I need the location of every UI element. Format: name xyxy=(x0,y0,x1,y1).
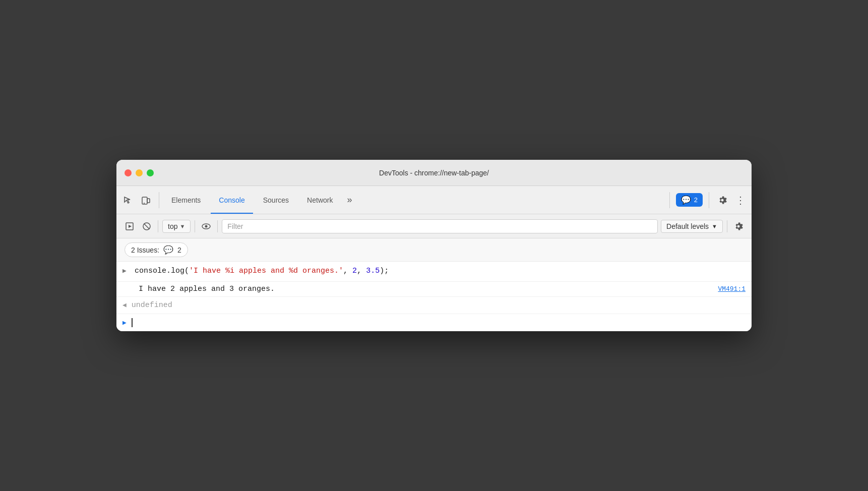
tab-divider-1 xyxy=(159,192,159,208)
undefined-text: undefined xyxy=(132,301,172,310)
svg-rect-0 xyxy=(142,197,147,204)
expand-arrow[interactable]: ▶ xyxy=(122,266,130,275)
tabbar-right: 💬 2 ⋮ xyxy=(667,192,748,208)
svg-rect-1 xyxy=(147,199,150,203)
device-icon[interactable] xyxy=(139,193,153,207)
source-link[interactable]: VM491:1 xyxy=(708,285,746,293)
more-options-icon[interactable]: ⋮ xyxy=(733,193,748,207)
close-button[interactable] xyxy=(125,169,132,176)
return-arrow: ◀ xyxy=(122,301,127,309)
toolbar-divider-3 xyxy=(217,220,218,232)
output-text: I have 2 apples and 3 oranges. xyxy=(139,285,708,293)
console-output-entry: I have 2 apples and 3 oranges. VM491:1 xyxy=(116,282,752,297)
window-content: Elements Console Sources Network » 💬 2 xyxy=(116,186,752,331)
settings-icon[interactable] xyxy=(715,193,729,207)
eye-icon[interactable] xyxy=(199,219,213,233)
console-toolbar: top ▼ Default levels ▼ xyxy=(116,214,752,238)
issues-badge[interactable]: 💬 2 xyxy=(676,193,703,207)
log-string: 'I have %i apples and %d oranges.' xyxy=(189,267,343,275)
tabbar: Elements Console Sources Network » 💬 2 xyxy=(116,186,752,214)
maximize-button[interactable] xyxy=(147,169,154,176)
tab-network[interactable]: Network xyxy=(299,186,341,214)
tab-divider-2 xyxy=(669,192,670,208)
toolbar-divider-4 xyxy=(727,220,727,232)
issues-chat-icon: 💬 xyxy=(163,245,173,255)
console-output: ▶ console.log('I have %i apples and %d o… xyxy=(116,262,752,331)
svg-point-8 xyxy=(205,225,208,227)
traffic-lights xyxy=(125,169,154,176)
tab-console[interactable]: Console xyxy=(211,186,253,214)
clear-icon[interactable] xyxy=(140,219,154,233)
context-selector[interactable]: top ▼ xyxy=(162,220,191,233)
cursor xyxy=(132,318,133,327)
titlebar: DevTools - chrome://new-tab-page/ xyxy=(116,160,752,186)
prompt-arrow: ▶ xyxy=(122,319,127,327)
tab-sources[interactable]: Sources xyxy=(255,186,297,214)
svg-line-6 xyxy=(144,223,150,229)
filter-input[interactable] xyxy=(222,219,658,233)
console-settings-icon[interactable] xyxy=(731,219,746,233)
toolbar-divider-1 xyxy=(158,220,158,232)
tab-divider-3 xyxy=(709,192,709,208)
more-tabs-button[interactable]: » xyxy=(343,193,356,207)
execute-icon[interactable] xyxy=(122,219,137,233)
minimize-button[interactable] xyxy=(136,169,143,176)
issues-bar: 2 Issues: 💬 2 xyxy=(116,238,752,262)
toolbar-divider-2 xyxy=(195,220,195,232)
tab-elements[interactable]: Elements xyxy=(163,186,209,214)
inspect-icon[interactable] xyxy=(120,193,135,207)
issues-chip[interactable]: 2 Issues: 💬 2 xyxy=(125,242,188,257)
window-title: DevTools - chrome://new-tab-page/ xyxy=(379,169,489,177)
console-undefined-entry: ◀ undefined xyxy=(116,297,752,314)
levels-dropdown[interactable]: Default levels ▼ xyxy=(661,220,723,233)
console-input-line[interactable]: ▶ xyxy=(116,314,752,331)
log-code: console.log('I have %i apples and %d ora… xyxy=(135,266,746,277)
svg-marker-4 xyxy=(129,225,132,228)
devtools-window: DevTools - chrome://new-tab-page/ Elem xyxy=(116,160,752,331)
console-log-entry: ▶ console.log('I have %i apples and %d o… xyxy=(116,262,752,282)
